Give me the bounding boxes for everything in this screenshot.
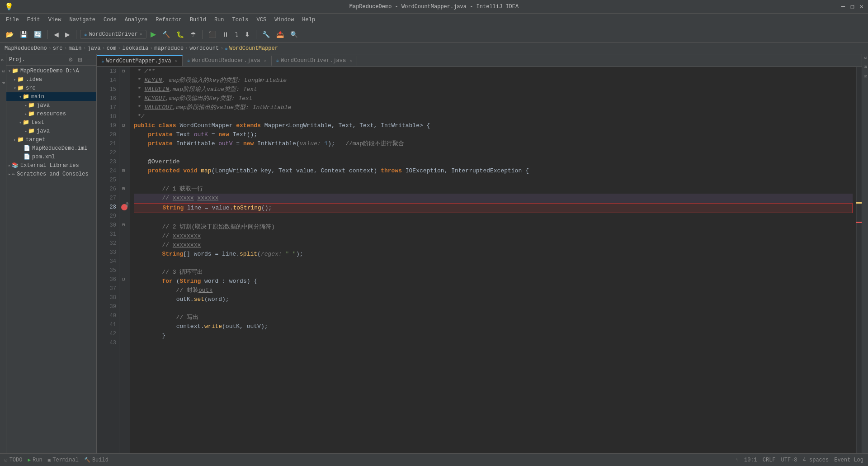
tree-item-iml[interactable]: 📄 MapReduceDemo.iml [6, 144, 96, 152]
tab-wordcountmapper[interactable]: ☕ WordCountMapper.java ✕ [97, 55, 183, 66]
toolbar-forward-button[interactable]: ▶ [63, 29, 72, 39]
fold-24[interactable]: ⊟ [122, 166, 125, 176]
bc-com[interactable]: com [107, 45, 117, 52]
menu-edit[interactable]: Edit [24, 15, 44, 24]
status-position[interactable]: 10:1 [744, 457, 757, 463]
fold-19[interactable]: ⊟ [122, 121, 125, 130]
tab-wordcountdriver[interactable]: ☕ WordCountDriver.java ✕ [272, 56, 358, 66]
bc-src[interactable]: src [53, 45, 63, 52]
toolbar-step-over-button[interactable]: ⤵ [233, 29, 241, 39]
tree-item-resources[interactable]: ▸ 📁 resources [6, 109, 96, 118]
tree-item-scratches[interactable]: ▸ ✏ Scratches and Consoles [6, 170, 96, 178]
notifications-icon[interactable]: N [863, 75, 868, 77]
toolbar-stop-button[interactable]: ⬛ [206, 29, 218, 39]
status-build[interactable]: 🔨 Build [84, 457, 108, 463]
favorites-tool-icon[interactable]: F [1, 82, 5, 84]
menu-run[interactable]: Run [211, 15, 228, 24]
tree-item-pom[interactable]: 📄 pom.xml [6, 152, 96, 161]
debug-button[interactable]: 🐛 [174, 29, 186, 39]
structure-tool-icon[interactable]: S [1, 70, 5, 72]
tree-item-target[interactable]: ▸ 📁 target [6, 135, 96, 144]
structure-icon[interactable]: S [863, 57, 868, 59]
tree-item-src[interactable]: ▾ 📁 src [6, 84, 96, 92]
toolbar-sync-button[interactable]: 🔄 [32, 29, 44, 39]
toolbar-external-button[interactable]: 📤 [274, 29, 286, 39]
maven-icon[interactable]: M [863, 66, 868, 68]
code-line-37: // 封装outk [134, 286, 853, 295]
status-git[interactable]: ⑂ [736, 457, 739, 463]
toolbar-open-button[interactable]: 📂 [4, 29, 16, 39]
project-panel-collapse[interactable]: — [85, 56, 94, 63]
tree-item-idea[interactable]: ▸ 📁 .idea [6, 75, 96, 84]
status-run[interactable]: ▶ Run [28, 457, 42, 463]
fold-13[interactable]: ⊟ [122, 67, 125, 76]
tab-close-mapper[interactable]: ✕ [175, 58, 178, 64]
code-editor[interactable]: 13 14 15 16 17 18 19 20 21 22 23 24 25 2… [97, 67, 862, 453]
run-coverage-button[interactable]: ☂ [188, 29, 198, 39]
bc-main[interactable]: main [69, 45, 82, 52]
project-panel-layout[interactable]: ⊞ [76, 56, 84, 63]
bc-wordcountmapper[interactable]: ☕ WordCountMapper [225, 45, 278, 52]
tree-item-main[interactable]: ▾ 📁 main [6, 92, 96, 101]
toolbar-save-button[interactable]: 💾 [18, 29, 30, 39]
build-label: Build [92, 457, 108, 463]
bc-mapreduce-demo[interactable]: MapReduceDemo [5, 45, 47, 52]
toolbar-pause-button[interactable]: ⏸ [220, 29, 231, 39]
menu-file[interactable]: File [2, 15, 23, 24]
menu-navigate[interactable]: Navigate [66, 15, 99, 24]
toolbar-back-button[interactable]: ◀ [52, 29, 61, 39]
close-button[interactable]: ✕ [860, 3, 863, 10]
bc-leokadia[interactable]: leokadia [122, 45, 148, 52]
menu-vcs[interactable]: VCS [253, 15, 270, 24]
bc-wordcount[interactable]: wordcount [189, 45, 219, 52]
bc-mapreduce[interactable]: mapreduce [154, 45, 184, 52]
code-line-17: * VALUEOUT,map阶段输出的value类型: IntWritable [134, 103, 853, 112]
tab-close-reducer[interactable]: ✕ [264, 58, 267, 63]
tree-item-java[interactable]: ▸ 📁 java [6, 101, 96, 109]
tree-item-test[interactable]: ▾ 📁 test [6, 118, 96, 127]
status-event-log[interactable]: Event Log [834, 457, 863, 463]
status-terminal[interactable]: ▣ Terminal [48, 457, 79, 463]
tree-item-test-java[interactable]: ▸ 📁 java [6, 127, 96, 135]
build-button[interactable]: 🔨 [160, 29, 172, 39]
menu-code[interactable]: Code [100, 15, 120, 24]
code-content[interactable]: * /** * KEYIN, map阶段输入的key的类型: LongWrita… [130, 67, 856, 453]
status-line-ending[interactable]: CRLF [763, 457, 776, 463]
menu-help[interactable]: Help [298, 15, 319, 24]
project-tool-icon[interactable]: P [1, 59, 5, 61]
menu-analyze[interactable]: Analyze [121, 15, 151, 24]
position-label: 10:1 [744, 457, 757, 463]
menu-window[interactable]: Window [271, 15, 297, 24]
toolbar-search-button[interactable]: 🔍 [288, 29, 300, 39]
iml-file-icon: 📄 [24, 145, 30, 152]
status-encoding[interactable]: UTF-8 [781, 457, 797, 463]
test-java-folder-icon: 📁 [28, 128, 35, 134]
tree-item-mapreduce-demo[interactable]: ▾ 📁 MapReduceDemo D:\A [6, 67, 96, 75]
tree-label-resources: resources [37, 111, 66, 117]
menu-view[interactable]: View [45, 15, 65, 24]
menu-refactor[interactable]: Refactor [152, 15, 185, 24]
fold-26[interactable]: ⊟ [122, 185, 125, 194]
tab-close-driver[interactable]: ✕ [349, 58, 352, 63]
fold-30[interactable]: ⊟ [122, 221, 125, 230]
run-configuration[interactable]: ☕ WordCountDriver ▾ [80, 30, 146, 39]
project-panel-gear[interactable]: ⚙ [67, 56, 75, 63]
menu-build[interactable]: Build [186, 15, 210, 24]
java-folder-icon: 📁 [28, 102, 35, 109]
main-folder-icon: 📁 [23, 93, 29, 100]
status-todo[interactable]: ☑ TODO [5, 457, 22, 463]
tab-wordcountreducer[interactable]: ☕ WordCountReducer.java ✕ [183, 56, 272, 66]
bc-java[interactable]: java [88, 45, 101, 52]
run-button[interactable]: ▶ [148, 29, 158, 40]
code-line-13: * /** [134, 67, 853, 76]
maximize-button[interactable]: ❐ [850, 3, 854, 10]
toolbar-wrench-button[interactable]: 🔧 [260, 29, 272, 39]
menu-tools[interactable]: Tools [229, 15, 252, 24]
minimize-button[interactable]: — [841, 3, 845, 10]
ln-31: 31 [99, 230, 116, 239]
toolbar-step-into-button[interactable]: ⬇ [242, 29, 252, 39]
fold-36[interactable]: ⊟ [122, 275, 125, 284]
status-indent[interactable]: 4 spaces [803, 457, 829, 463]
right-scroll-indicator[interactable] [856, 67, 862, 453]
tree-item-external-libs[interactable]: ▸ 📚 External Libraries [6, 161, 96, 170]
